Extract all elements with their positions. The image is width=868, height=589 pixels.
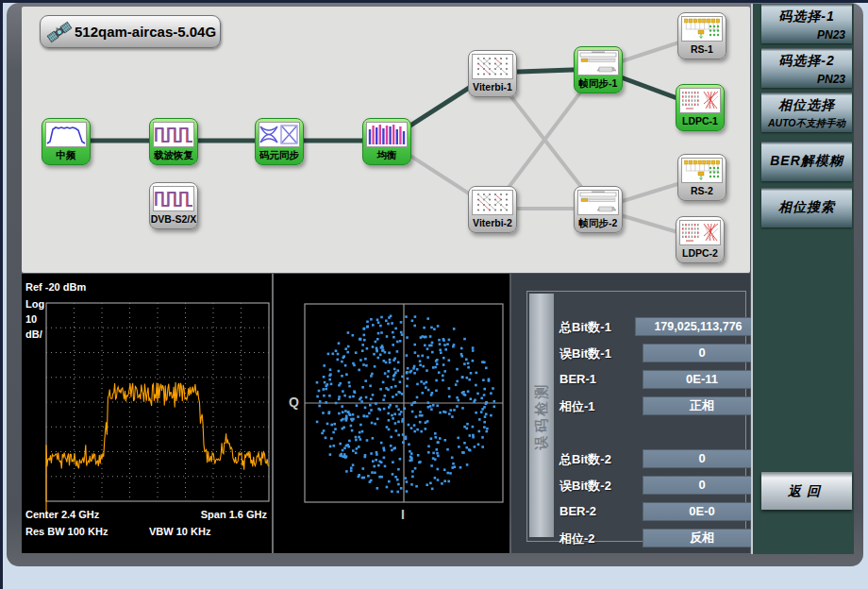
- spectrum-scale-log: Log: [25, 298, 44, 310]
- q-axis-label: Q: [289, 395, 299, 410]
- ldpc-icon: [679, 88, 721, 113]
- back-button[interactable]: 返回: [761, 472, 852, 510]
- satellite-icon: [46, 19, 73, 45]
- node-label: 均衡: [363, 147, 410, 162]
- node-viterbi-1[interactable]: Viterbi-1: [468, 50, 517, 97]
- node-label: LDPC-1: [676, 113, 724, 128]
- softkey-phase-search[interactable]: 相位搜索: [761, 188, 852, 227]
- node-if[interactable]: 中频: [42, 118, 91, 165]
- softkey-label: 码选择-1: [761, 4, 852, 25]
- bars-icon: [366, 122, 408, 147]
- node-rs-2[interactable]: RS-2: [677, 154, 726, 201]
- spectrum-ref-label: Ref -20 dBm: [25, 281, 86, 293]
- spectrum-rbw-label: Res BW 100 KHz: [25, 526, 108, 537]
- error-row-label: 相位-1: [559, 398, 595, 415]
- window-left-strip: [0, 0, 3, 589]
- node-label: RS-1: [678, 42, 726, 57]
- softkey-code-select-1[interactable]: 码选择-1PN23: [761, 4, 852, 43]
- squarewave-icon: [153, 186, 194, 211]
- spectrum-span-label: Span 1.6 GHz: [201, 509, 267, 520]
- error-row-value: 0: [643, 476, 761, 495]
- ldpc-icon: [679, 220, 721, 245]
- framesync-icon: [577, 50, 619, 76]
- softkey-sidebar: 码选择-1PN23码选择-2PN23相位选择AUTO不支持手动BER解模糊相位搜…: [751, 4, 854, 554]
- error-row-value: 反相: [643, 529, 761, 547]
- node-label: Viterbi-1: [469, 79, 516, 94]
- node-label: 中频: [42, 147, 90, 162]
- node-label: RS-2: [678, 183, 726, 198]
- error-row-value: 正相: [643, 396, 761, 415]
- node-rs-1[interactable]: RS-1: [677, 12, 726, 59]
- spectrum-panel: Ref -20 dBm Log 10 dB/ Center 2.4 GHz Sp…: [22, 274, 272, 553]
- node-frame-sync-2[interactable]: 帧同步-2: [574, 186, 623, 233]
- error-row-label: 总Bit数-1: [559, 319, 611, 336]
- error-detection-panel: 误码检测 总Bit数-1179,025,113,776误Bit数-10BER-1…: [511, 274, 750, 553]
- softkey-label: 码选择-2: [761, 48, 852, 70]
- softkey-code-select-2[interactable]: 码选择-2PN23: [761, 48, 852, 88]
- error-row-label: 误Bit数-1: [559, 345, 611, 362]
- constellation-panel: Q I: [274, 274, 509, 553]
- node-equalizer[interactable]: 均衡: [362, 118, 411, 165]
- signal-title-label: 512qam-aircas-5.04G: [75, 24, 216, 40]
- node-ldpc-1[interactable]: LDPC-1: [676, 84, 725, 131]
- softkey-value: PN23: [761, 70, 852, 86]
- error-row-value: 0: [643, 449, 761, 468]
- eye-icon: [259, 122, 300, 147]
- spectrum-scale-10: 10: [25, 313, 37, 325]
- node-carrier[interactable]: 载波恢复: [149, 118, 198, 165]
- error-row-value: 179,025,113,776: [635, 317, 761, 336]
- node-dvb-s2x[interactable]: DVB-S2/X: [149, 182, 198, 229]
- node-label: 载波恢复: [150, 147, 197, 162]
- error-row-value: 0E-11: [643, 370, 761, 389]
- squarewave-icon: [153, 122, 194, 147]
- softkey-label: 相位搜索: [761, 188, 852, 216]
- softkey-phase-select[interactable]: 相位选择AUTO不支持手动: [761, 93, 852, 132]
- node-label: DVB-S2/X: [150, 211, 197, 227]
- framesync-icon: [577, 190, 619, 215]
- node-label: 帧同步-2: [575, 215, 622, 230]
- signal-chain-diagram: 512qam-aircas-5.04G 中频载波恢复DVB-S2/X码元同步均衡…: [22, 7, 750, 273]
- trellis-icon: [472, 190, 513, 215]
- spectrum-icon: [45, 122, 87, 147]
- node-viterbi-2[interactable]: Viterbi-2: [468, 186, 517, 233]
- spectrum-vbw-label: VBW 10 KHz: [149, 526, 210, 537]
- instrument-frame: 512qam-aircas-5.04G 中频载波恢复DVB-S2/X码元同步均衡…: [7, 3, 863, 566]
- spectrum-center-label: Center 2.4 GHz: [25, 509, 99, 520]
- node-label: Viterbi-2: [469, 215, 516, 230]
- softkey-value: PN23: [761, 25, 852, 42]
- softkey-label: BER解模糊: [761, 142, 852, 170]
- error-detection-title-strip: 误码检测: [529, 294, 554, 537]
- error-detection-title: 误码检测: [533, 381, 551, 449]
- softkey-label: 相位选择: [761, 93, 852, 114]
- node-label: 帧同步-1: [575, 76, 622, 91]
- constellation-plot: [274, 274, 509, 553]
- error-row-label: 相位-2: [559, 530, 595, 547]
- trellis-icon: [472, 54, 513, 79]
- error-detection-box: 误码检测 总Bit数-1179,025,113,776误Bit数-10BER-1…: [526, 291, 746, 542]
- rs-icon: [681, 16, 723, 42]
- node-symbol-sync[interactable]: 码元同步: [255, 118, 304, 165]
- signal-title-button[interactable]: 512qam-aircas-5.04G: [40, 15, 221, 48]
- error-row-label: BER-2: [559, 504, 596, 518]
- softkey-value: AUTO不支持手动: [761, 114, 852, 130]
- softkey-ber-deambiguity[interactable]: BER解模糊: [761, 142, 852, 181]
- node-label: 码元同步: [256, 147, 303, 162]
- error-row-label: 误Bit数-2: [559, 478, 611, 495]
- i-axis-label: I: [401, 507, 405, 522]
- node-label: LDPC-2: [676, 245, 724, 261]
- node-ldpc-2[interactable]: LDPC-2: [676, 216, 725, 263]
- spectrum-scale-db: dB/: [25, 328, 42, 340]
- node-frame-sync-1[interactable]: 帧同步-1: [574, 46, 623, 93]
- rs-icon: [681, 158, 723, 183]
- instrument-screen: { "title_button": { "label": "512qam-air…: [0, 0, 868, 589]
- error-row-label: BER-1: [559, 372, 596, 386]
- error-row-value: 0E-0: [643, 502, 761, 521]
- error-row-value: 0: [643, 344, 761, 362]
- error-row-label: 总Bit数-2: [559, 451, 611, 468]
